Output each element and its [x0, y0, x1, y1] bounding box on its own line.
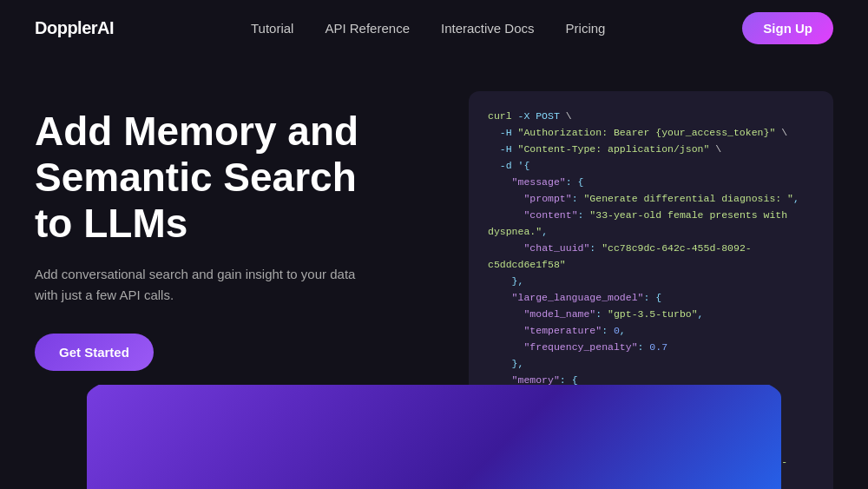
nav-link-interactive-docs[interactable]: Interactive Docs	[441, 21, 535, 36]
nav-link-pricing[interactable]: Pricing	[566, 21, 606, 36]
nav-link-tutorial[interactable]: Tutorial	[251, 21, 293, 36]
signup-button[interactable]: Sign Up	[742, 12, 833, 44]
nav-link-api-reference[interactable]: API Reference	[325, 21, 410, 36]
hero-subtitle: Add conversational search and gain insig…	[35, 264, 365, 306]
get-started-button[interactable]: Get Started	[35, 334, 154, 371]
logo: DopplerAI	[35, 18, 114, 38]
bottom-section	[0, 385, 868, 489]
nav-links: Tutorial API Reference Interactive Docs …	[251, 21, 605, 36]
hero-left: Add Memory and Semantic Search to LLMs A…	[35, 91, 365, 371]
bottom-gradient	[87, 385, 781, 489]
navbar: DopplerAI Tutorial API Reference Interac…	[0, 0, 868, 56]
hero-title: Add Memory and Semantic Search to LLMs	[35, 109, 365, 247]
